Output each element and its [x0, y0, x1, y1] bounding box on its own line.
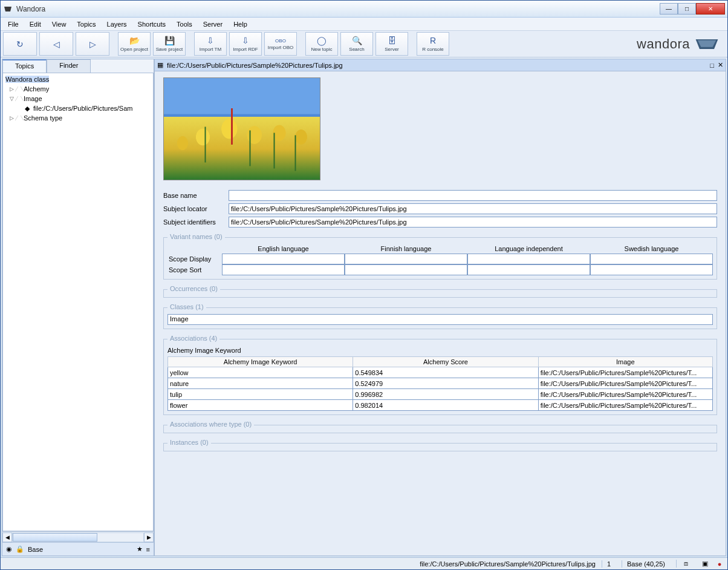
menu-layers[interactable]: Layers — [102, 19, 132, 29]
statusbar: file:/C:/Users/Public/Pictures/Sample%20… — [1, 557, 727, 569]
scroll-track[interactable] — [12, 532, 144, 542]
import-obo-label: Import OBO — [268, 45, 294, 50]
import-rdf-label: Import RDF — [233, 47, 258, 52]
table-row[interactable]: flower0.982014file:/C:/Users/Public/Pict… — [168, 400, 713, 411]
menu-tools[interactable]: Tools — [172, 19, 197, 29]
subject-locator-input[interactable] — [229, 203, 717, 214]
open-icon: 📂 — [129, 36, 140, 45]
forward-button[interactable]: ▷ — [76, 32, 109, 56]
status-icon-1[interactable]: ⧈ — [681, 560, 690, 568]
tree-node-alchemy[interactable]: ▷Alchemy — [3, 84, 154, 94]
lock-icon[interactable]: 🔒 — [16, 545, 24, 553]
tree-root[interactable]: Wandora class — [3, 74, 154, 84]
close-panel-icon[interactable]: ✕ — [718, 61, 723, 69]
brand-logo: wandora — [637, 32, 725, 56]
save-project-button[interactable]: 💾Save project — [153, 32, 186, 56]
document-titlebar: ▦ file:/C:/Users/Public/Pictures/Sample%… — [155, 59, 726, 71]
associations-legend: Associations (4) — [167, 335, 219, 342]
menu-help[interactable]: Help — [229, 19, 252, 29]
variant-row-1: Scope Sort — [167, 264, 222, 275]
subject-identifiers-input[interactable] — [229, 217, 717, 228]
assoc-col-1[interactable]: Alchemy Score — [353, 357, 538, 367]
variant-names-section: Variant names (0) English language Finni… — [163, 237, 717, 280]
expand-icon[interactable]: ▷ — [8, 86, 15, 92]
variant-cell[interactable] — [467, 254, 590, 264]
menu-server[interactable]: Server — [198, 19, 227, 29]
menu-topics[interactable]: Topics — [72, 19, 100, 29]
open-project-button[interactable]: 📂Open project — [118, 32, 151, 56]
menu-file[interactable]: File — [3, 19, 24, 29]
import-tm-button[interactable]: ⇩Import TM — [194, 32, 227, 56]
tree-hscroll[interactable]: ◀ ▶ — [2, 531, 154, 542]
classes-value[interactable]: Image — [167, 314, 713, 325]
eye-icon[interactable]: ◉ — [6, 545, 12, 553]
layer-row[interactable]: ◉ 🔒 Base ★ ≡ — [2, 542, 154, 555]
import-obo-button[interactable]: OBOImport OBO — [264, 32, 297, 56]
layer-menu-icon[interactable]: ≡ — [146, 546, 150, 553]
sidebar: Topics Finder Wandora class ▷Alchemy ▽Im… — [2, 59, 154, 556]
server-button[interactable]: 🗄Server — [375, 32, 408, 56]
table-row[interactable]: tulip0.996982file:/C:/Users/Public/Pictu… — [168, 389, 713, 400]
document-title: file:/C:/Users/Public/Pictures/Sample%20… — [167, 62, 343, 69]
back-button[interactable]: ◁ — [39, 32, 73, 56]
menubar: File Edit View Topics Layers Shortcuts T… — [1, 18, 727, 31]
new-topic-label: New topic — [311, 47, 332, 52]
status-record-icon[interactable]: ● — [715, 560, 724, 568]
assoc-col-0[interactable]: Alchemy Image Keyword — [168, 357, 353, 367]
scroll-thumb[interactable] — [13, 533, 97, 542]
r-console-button[interactable]: RR console — [417, 32, 449, 56]
variant-cell[interactable] — [345, 264, 467, 275]
search-button[interactable]: 🔍Search — [340, 32, 373, 56]
minimize-button[interactable]: — — [660, 3, 678, 15]
topics-tree[interactable]: Wandora class ▷Alchemy ▽Image ◆file:/C:/… — [2, 73, 154, 531]
variant-cell[interactable] — [590, 264, 713, 275]
server-icon: 🗄 — [388, 36, 396, 45]
menu-shortcuts[interactable]: Shortcuts — [133, 19, 171, 29]
occurrences-section[interactable]: Occurrences (0) — [163, 289, 717, 298]
classes-legend: Classes (1) — [167, 303, 206, 310]
refresh-button[interactable]: ↻ — [3, 32, 37, 56]
collapse-icon[interactable]: ▽ — [8, 96, 15, 102]
main-panel: ▦ file:/C:/Users/Public/Pictures/Sample%… — [154, 59, 726, 556]
base-name-label: Base name — [163, 192, 229, 199]
tree-node-image[interactable]: ▽Image — [3, 94, 154, 103]
table-row[interactable]: nature0.524979file:/C:/Users/Public/Pict… — [168, 378, 713, 389]
import-rdf-button[interactable]: ⇩Import RDF — [229, 32, 262, 56]
base-name-input[interactable] — [229, 190, 717, 201]
status-icon-2[interactable]: ▣ — [701, 560, 709, 568]
classes-section: Classes (1) Image — [163, 307, 717, 329]
scroll-right-icon[interactable]: ▶ — [144, 532, 154, 542]
scroll-left-icon[interactable]: ◀ — [2, 532, 12, 542]
tab-topics[interactable]: Topics — [2, 59, 47, 73]
menu-view[interactable]: View — [47, 19, 71, 29]
variant-col-2: Language independent — [467, 244, 590, 254]
subject-locator-label: Subject locator — [163, 205, 229, 212]
back-icon: ◁ — [53, 39, 60, 49]
table-row[interactable]: yellow0.549834file:/C:/Users/Public/Pict… — [168, 367, 713, 378]
maximize-button[interactable]: □ — [678, 3, 696, 15]
assoc-col-2[interactable]: Image — [538, 357, 712, 367]
variant-cell[interactable] — [222, 254, 345, 264]
menu-edit[interactable]: Edit — [25, 19, 46, 29]
document-icon: ▦ — [157, 61, 163, 69]
variant-cell[interactable] — [345, 254, 467, 264]
star-icon[interactable]: ★ — [137, 545, 143, 553]
maximize-panel-icon[interactable]: □ — [710, 62, 714, 69]
tab-finder[interactable]: Finder — [47, 59, 91, 73]
associations-where-type-section[interactable]: Associations where type (0) — [163, 425, 717, 433]
tree-node-image-child[interactable]: ◆file:/C:/Users/Public/Pictures/Sam — [3, 103, 154, 113]
new-topic-icon: ◯ — [317, 36, 327, 45]
instances-section[interactable]: Instances (0) — [163, 443, 717, 451]
close-button[interactable]: ✕ — [696, 3, 725, 15]
status-count: 1 — [602, 560, 616, 568]
status-path: file:/C:/Users/Public/Pictures/Sample%20… — [420, 560, 596, 568]
leaf-icon: ◆ — [25, 105, 33, 113]
expand-icon[interactable]: ▷ — [8, 115, 15, 121]
titlebar: Wandora — □ ✕ — [1, 1, 727, 18]
tree-node-schema[interactable]: ▷Schema type — [3, 113, 154, 123]
save-icon: 💾 — [164, 36, 175, 45]
variant-cell[interactable] — [467, 264, 590, 275]
variant-cell[interactable] — [590, 254, 713, 264]
variant-cell[interactable] — [222, 264, 345, 275]
new-topic-button[interactable]: ◯New topic — [305, 32, 338, 56]
